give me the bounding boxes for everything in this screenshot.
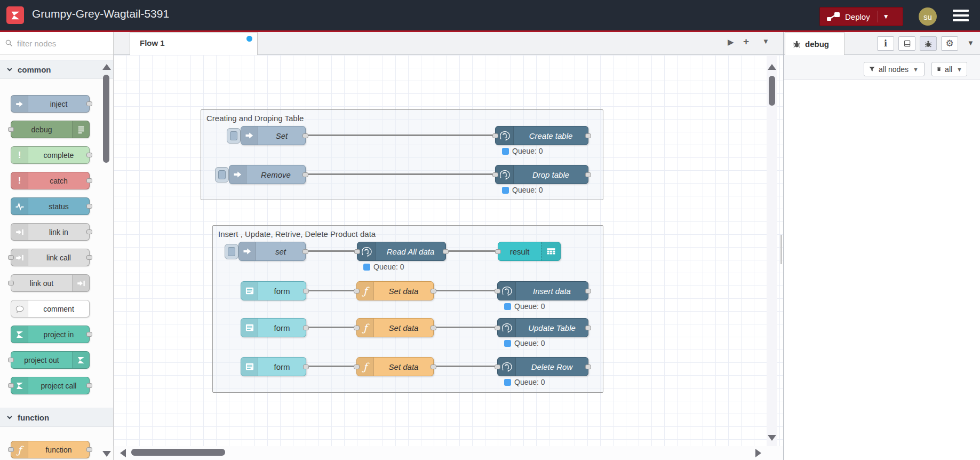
debug-clear-button[interactable]: all ▼ — [931, 62, 967, 76]
output-port[interactable] — [86, 229, 92, 234]
node-set-data[interactable]: ƒ Set data — [356, 318, 434, 337]
node-form[interactable]: form — [241, 318, 306, 337]
input-port[interactable] — [495, 289, 500, 294]
canvas-scroll-left-icon[interactable] — [120, 449, 126, 457]
user-avatar[interactable]: su — [919, 7, 937, 26]
wire[interactable] — [308, 327, 354, 328]
input-port[interactable] — [8, 383, 14, 388]
palette-scroll-up-icon[interactable] — [102, 64, 111, 70]
canvas-vscroll-thumb[interactable] — [769, 76, 775, 106]
wire[interactable] — [436, 327, 495, 328]
input-port[interactable] — [495, 326, 500, 330]
canvas-scroll-down-icon[interactable] — [768, 435, 776, 441]
wire[interactable] — [308, 250, 355, 252]
output-port[interactable] — [86, 204, 92, 209]
flow-list-caret-down-icon[interactable]: ▼ — [762, 37, 769, 45]
palette-node-link-call[interactable]: link call — [11, 249, 90, 266]
node-insert-data[interactable]: Insert data — [497, 281, 588, 300]
wire[interactable] — [308, 290, 354, 291]
wire[interactable] — [436, 290, 495, 291]
output-port[interactable] — [86, 383, 92, 388]
filter-nodes-input[interactable] — [17, 36, 108, 51]
palette-node-catch[interactable]: ! catch — [11, 172, 90, 189]
wire[interactable] — [436, 366, 495, 367]
input-port[interactable] — [492, 133, 498, 138]
config-tab-button[interactable]: ⚙ — [941, 36, 958, 51]
canvas-scroll-up-icon[interactable] — [768, 64, 776, 70]
palette-node-link-in[interactable]: link in — [11, 223, 90, 241]
palette-node-status[interactable]: status — [11, 197, 90, 215]
output-port[interactable] — [303, 289, 309, 294]
node-remove[interactable]: Remove — [229, 165, 306, 184]
palette-node-complete[interactable]: ! complete — [11, 146, 90, 164]
tab-flow-1[interactable]: Flow 1 — [130, 32, 258, 55]
output-port[interactable] — [302, 249, 308, 254]
node-set-lower[interactable]: set — [238, 242, 306, 261]
canvas-horizontal-scrollbar[interactable] — [114, 446, 783, 460]
palette-node-debug[interactable]: debug — [11, 121, 90, 138]
output-port[interactable] — [431, 364, 436, 369]
canvas-hscroll-thumb[interactable] — [131, 449, 225, 456]
category-function[interactable]: function — [0, 408, 113, 427]
output-port[interactable] — [86, 101, 92, 106]
palette-node-project-out[interactable]: project out — [11, 351, 90, 369]
sidebar-resize-handle[interactable] — [780, 235, 782, 264]
output-port[interactable] — [302, 133, 308, 138]
deploy-button[interactable]: Deploy ▼ — [819, 7, 903, 26]
output-port[interactable] — [86, 447, 92, 452]
palette-search[interactable] — [0, 32, 113, 55]
node-delete-row[interactable]: Delete Row — [497, 357, 588, 376]
hamburger-menu-icon[interactable] — [953, 10, 969, 21]
node-form[interactable]: form — [241, 357, 306, 376]
output-port[interactable] — [303, 364, 309, 369]
inject-trigger-button[interactable] — [215, 167, 229, 183]
palette-scroll-down-icon[interactable] — [102, 451, 111, 457]
output-port[interactable] — [585, 364, 591, 369]
palette-scrollbar-thumb[interactable] — [103, 75, 109, 163]
input-port[interactable] — [8, 358, 14, 362]
canvas-scroll-right-icon[interactable] — [755, 449, 761, 457]
node-form[interactable]: form — [241, 281, 306, 300]
wire[interactable] — [308, 134, 493, 136]
help-tab-button[interactable] — [898, 36, 915, 51]
debug-filter-button[interactable]: all nodes ▼ — [864, 62, 925, 76]
input-port[interactable] — [354, 364, 360, 369]
input-port[interactable] — [8, 447, 14, 452]
input-port[interactable] — [495, 364, 500, 369]
inject-trigger-button[interactable] — [225, 244, 238, 259]
wire[interactable] — [308, 366, 354, 367]
input-port[interactable] — [354, 249, 360, 254]
input-port[interactable] — [492, 172, 498, 177]
output-port[interactable] — [431, 289, 436, 294]
palette-node-function[interactable]: ƒ function — [11, 441, 90, 458]
palette-node-project-in[interactable]: project in — [11, 326, 90, 343]
node-result[interactable]: result — [498, 242, 561, 261]
inject-trigger-button[interactable] — [227, 128, 241, 144]
tab-debug[interactable]: debug — [785, 32, 844, 55]
output-port[interactable] — [585, 133, 591, 138]
wire[interactable] — [448, 250, 496, 252]
input-port[interactable] — [354, 326, 360, 330]
input-port[interactable] — [8, 255, 14, 260]
tab-scroll-right-icon[interactable]: ▶ — [728, 37, 734, 47]
category-common[interactable]: common — [0, 60, 113, 79]
input-port[interactable] — [8, 281, 14, 285]
info-tab-button[interactable]: i — [877, 36, 894, 51]
output-port[interactable] — [585, 289, 591, 294]
node-set[interactable]: Set — [241, 126, 306, 145]
node-set-data[interactable]: ƒ Set data — [356, 281, 434, 300]
node-read-all-data[interactable]: Read All data — [357, 242, 446, 261]
palette-node-comment[interactable]: comment — [11, 300, 90, 318]
output-port[interactable] — [585, 326, 591, 330]
output-port[interactable] — [431, 326, 436, 330]
input-port[interactable] — [495, 249, 501, 254]
add-flow-button[interactable]: + — [743, 36, 749, 47]
palette-node-inject[interactable]: inject — [11, 95, 90, 113]
output-port[interactable] — [443, 249, 449, 254]
sidebar-tabs-caret-down-icon[interactable]: ▼ — [967, 39, 974, 47]
output-port[interactable] — [303, 326, 309, 330]
wire[interactable] — [308, 173, 493, 175]
node-drop-table[interactable]: Drop table — [495, 165, 588, 184]
deploy-caret-down-icon[interactable]: ▼ — [883, 13, 889, 20]
debug-tab-button[interactable] — [920, 36, 937, 51]
